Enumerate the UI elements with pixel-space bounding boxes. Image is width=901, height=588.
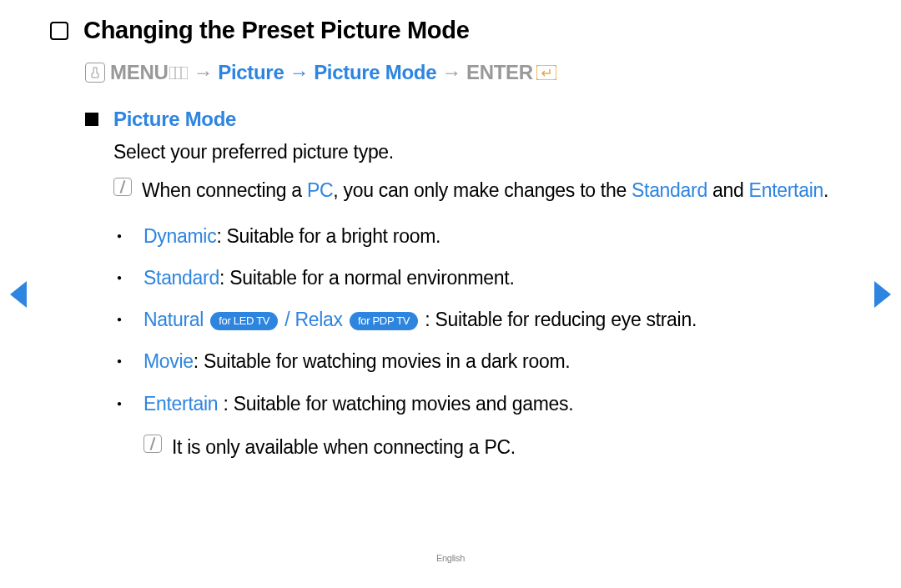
page-content: Changing the Preset Picture Mode MENU → … xyxy=(0,0,901,495)
menu-path: MENU → Picture → Picture Mode → ENTER xyxy=(85,61,851,84)
note-icon xyxy=(113,178,132,196)
pdp-tv-badge: for PDP TV xyxy=(350,312,418,330)
mode-movie: Movie: Suitable for watching movies in a… xyxy=(143,348,851,374)
title-row: Changing the Preset Picture Mode xyxy=(50,17,851,44)
note-icon xyxy=(143,435,162,453)
remote-button-icon xyxy=(85,63,105,83)
mode-dynamic: Dynamic: Suitable for a bright room. xyxy=(143,223,851,249)
mode-natural-relax: Natural for LED TV / Relax for PDP TV : … xyxy=(143,306,851,333)
footer-language: English xyxy=(436,553,465,563)
section-description: Select your preferred picture type. xyxy=(113,141,851,163)
svg-rect-2 xyxy=(169,67,188,79)
path-step-1: Picture xyxy=(218,61,284,84)
menu-label: MENU xyxy=(110,61,168,84)
enter-label: ENTER xyxy=(466,61,533,84)
arrow-icon: → xyxy=(193,61,213,84)
prev-page-arrow[interactable] xyxy=(7,279,28,313)
menu-icon xyxy=(169,67,188,79)
svg-marker-1 xyxy=(874,281,891,308)
chapter-icon xyxy=(50,22,68,40)
section-bullet-icon xyxy=(85,113,98,126)
led-tv-badge: for LED TV xyxy=(210,312,278,330)
arrow-icon: → xyxy=(441,61,461,84)
enter-icon xyxy=(536,65,556,80)
arrow-icon: → xyxy=(289,61,309,84)
next-page-arrow[interactable] xyxy=(873,279,894,313)
mode-entertain: Entertain : Suitable for watching movies… xyxy=(143,390,851,417)
note-text: When connecting a PC, you can only make … xyxy=(142,175,828,206)
mode-standard: Standard: Suitable for a normal environm… xyxy=(143,264,851,291)
note-pc-limitation: When connecting a PC, you can only make … xyxy=(113,175,851,206)
section-header: Picture Mode xyxy=(85,108,851,131)
svg-marker-0 xyxy=(10,281,27,308)
note-text: It is only available when connecting a P… xyxy=(172,432,516,463)
page-title: Changing the Preset Picture Mode xyxy=(83,17,470,44)
section-title: Picture Mode xyxy=(113,108,236,131)
svg-rect-5 xyxy=(536,65,556,80)
path-step-2: Picture Mode xyxy=(314,61,436,84)
note-pc-only: It is only available when connecting a P… xyxy=(143,432,851,463)
